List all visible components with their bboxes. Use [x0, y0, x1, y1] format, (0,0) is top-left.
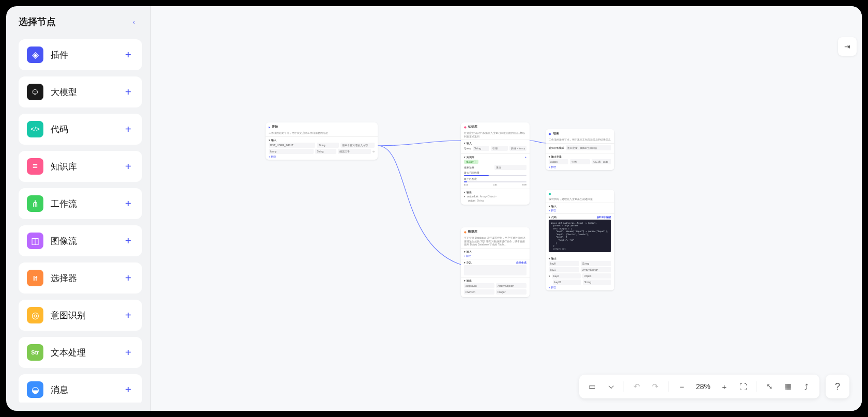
add-node-button[interactable]: +	[122, 86, 134, 98]
node-header: ◆	[546, 190, 614, 197]
add-node-button[interactable]: +	[122, 272, 134, 284]
workflow-canvas[interactable]: ▸开始 工作流的起始节点，用于设定启动工作流需要的信息 ▾ 输入 BOT_USE…	[151, 6, 862, 411]
redo-button[interactable]: ↷	[648, 379, 663, 394]
node-label: 文本处理	[51, 347, 115, 359]
node-item-code[interactable]: </> 代码 +	[19, 114, 142, 145]
node-type-list: ◈ 插件 + ☺ 大模型 + </> 代码 + ≡ 知识库 + ⋔ 工作流	[19, 39, 145, 403]
node-item-plugin[interactable]: ◈ 插件 +	[19, 39, 142, 70]
canvas-node-knowledge[interactable]: ◆知识库 在选定的知识中,根据输入变量召回最匹配的信息,并以列表形式返回 ▾ 输…	[461, 122, 530, 205]
add-node-button[interactable]: +	[122, 384, 134, 395]
node-header: ◆结束	[546, 129, 614, 138]
node-label: 选择器	[51, 272, 115, 284]
add-node-button[interactable]: +	[122, 161, 134, 172]
node-item-workflow[interactable]: ⋔ 工作流 +	[19, 188, 142, 219]
canvas-node-database[interactable]: ◆数据库 可支持对 Database 进行读写控制，用户可通过自然语言描述生成的…	[461, 227, 530, 297]
selector-icon: If	[27, 270, 43, 286]
add-input-button[interactable]: + 新增	[464, 254, 526, 257]
node-header: ◆知识库	[461, 122, 530, 131]
zoom-out-button[interactable]: −	[674, 379, 690, 394]
zoom-in-button[interactable]: +	[717, 379, 732, 394]
node-desc: 编写代码，处理输入变量来生成返回值	[546, 197, 614, 203]
knowledge-icon: ≡	[27, 158, 43, 175]
edge-layer	[151, 6, 862, 411]
node-desc: 可支持对 Database 进行读写控制，用户可通过自然语言描述生成的 SQL …	[461, 236, 530, 248]
node-item-message[interactable]: ◒ 消息 +	[19, 374, 142, 403]
node-label: 意图识别	[51, 310, 115, 321]
auto-gen-sql-button[interactable]: 自动生成	[516, 261, 526, 264]
add-input-button[interactable]: + 新增	[269, 155, 375, 158]
node-label: 消息	[51, 384, 115, 396]
imageflow-icon: ◫	[27, 233, 43, 249]
edit-ide-button[interactable]: 在IDE中编辑	[597, 215, 611, 219]
add-input-button[interactable]: + 新增	[549, 209, 611, 212]
node-header: ◆数据库	[461, 227, 530, 236]
node-desc: 在选定的知识中,根据输入变量召回最匹配的信息,并以列表形式返回	[461, 131, 530, 140]
recall-count-slider[interactable]	[464, 175, 526, 176]
view-mode-dropdown[interactable]	[603, 379, 618, 394]
code-preview[interactable]: async def main(args: Args) -> Output: pa…	[549, 220, 611, 253]
node-sidebar: 选择节点 ‹ ◈ 插件 + ☺ 大模型 + </> 代码 + ≡ 知识库	[6, 6, 151, 411]
collapse-all-button[interactable]: ⤡	[762, 379, 777, 394]
workflow-icon: ⋔	[27, 195, 43, 212]
layout-button[interactable]: ▦	[780, 379, 796, 394]
fit-view-button[interactable]: ⛶	[735, 379, 751, 394]
node-label: 知识库	[51, 161, 115, 173]
node-desc: 工作流的起始节点，用于设定启动工作流需要的信息	[266, 131, 378, 136]
add-node-button[interactable]: +	[122, 49, 134, 60]
sidebar-header: 选择节点 ‹	[19, 14, 145, 29]
code-icon: </>	[27, 121, 43, 137]
sql-textarea[interactable]	[464, 265, 526, 275]
node-label: 图像流	[51, 235, 115, 247]
min-match-slider[interactable]	[464, 181, 526, 182]
add-node-button[interactable]: +	[122, 123, 134, 135]
auto-arrange-button[interactable]: ⤴	[799, 379, 814, 394]
kb-tag[interactable]: 搞笑段子	[464, 160, 478, 164]
llm-icon: ☺	[27, 84, 43, 100]
add-node-button[interactable]: +	[122, 347, 134, 358]
plugin-icon: ◈	[27, 47, 43, 63]
node-item-llm[interactable]: ☺ 大模型 +	[19, 76, 142, 107]
node-desc: 工作流的最终节点，用于返回工作流运行后的结果信息	[546, 138, 614, 143]
toggle-panel-button[interactable]: ⇥	[838, 37, 857, 56]
node-item-knowledge[interactable]: ≡ 知识库 +	[19, 151, 142, 182]
collapse-sidebar-button[interactable]: ‹	[127, 14, 141, 29]
canvas-toolbar: ▭ ↶ ↷ − 28% + ⛶ ⤡ ▦ ⤴ ?	[579, 375, 849, 398]
node-item-imageflow[interactable]: ◫ 图像流 +	[19, 225, 142, 256]
node-header: ▸开始	[266, 122, 378, 131]
add-node-button[interactable]: +	[122, 310, 134, 321]
canvas-node-code[interactable]: ◆ 编写代码，处理输入变量来生成返回值 ▾ 输入 + 新增 ▾ 代码 在IDE中…	[546, 190, 614, 290]
delete-row-icon[interactable]: ⊝	[373, 150, 375, 153]
add-node-button[interactable]: +	[122, 198, 134, 209]
add-output-button[interactable]: + 新增	[549, 165, 611, 168]
node-label: 大模型	[51, 86, 115, 98]
sidebar-title: 选择节点	[19, 16, 56, 28]
node-label: 工作流	[51, 198, 115, 210]
node-item-selector[interactable]: If 选择器 +	[19, 262, 142, 294]
add-node-button[interactable]: +	[122, 235, 134, 246]
undo-button[interactable]: ↶	[629, 379, 645, 394]
view-mode-button[interactable]: ▭	[584, 379, 600, 394]
add-output-button[interactable]: + 新增	[549, 286, 611, 289]
help-button[interactable]: ?	[826, 375, 849, 398]
node-item-text[interactable]: Str 文本处理 +	[19, 337, 142, 368]
message-icon: ◒	[27, 381, 43, 398]
canvas-node-end[interactable]: ◆结束 工作流的最终节点，用于返回工作流运行后的结果信息 选择回答模式 返回变量…	[546, 129, 614, 170]
text-icon: Str	[27, 344, 43, 361]
node-label: 代码	[51, 123, 115, 135]
node-item-intent[interactable]: ◎ 意图识别 +	[19, 300, 142, 331]
zoom-level: 28%	[693, 382, 714, 391]
node-label: 插件	[51, 49, 115, 61]
intent-icon: ◎	[27, 307, 43, 323]
canvas-node-start[interactable]: ▸开始 工作流的起始节点，用于设定启动工作流需要的信息 ▾ 输入 BOT_USE…	[266, 122, 378, 160]
